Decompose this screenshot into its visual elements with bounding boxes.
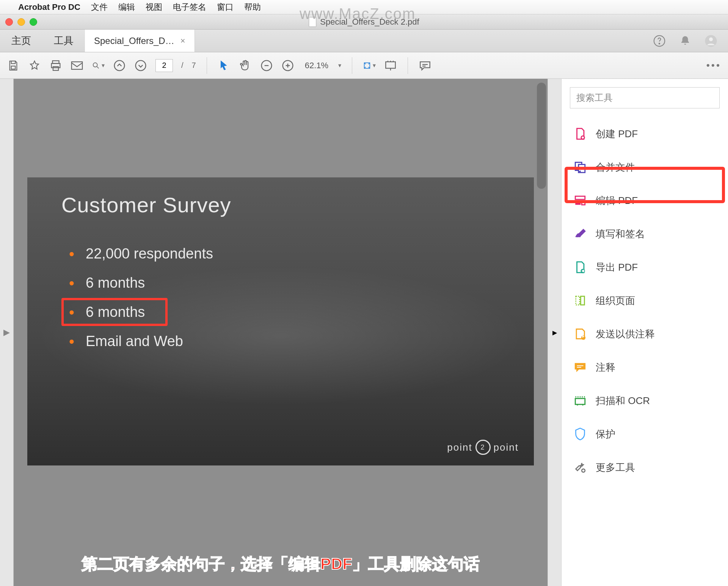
tool-create-pdf[interactable]: 创建 PDF — [570, 123, 720, 145]
fit-page-icon[interactable]: ▾ — [363, 59, 376, 72]
page-up-icon[interactable] — [113, 59, 126, 72]
tab-tools[interactable]: 工具 — [42, 30, 85, 52]
more-tools-icon — [573, 460, 587, 475]
svg-rect-24 — [576, 296, 580, 305]
export-pdf-icon — [573, 260, 587, 274]
tool-fill-sign[interactable]: 填写和签名 — [570, 223, 720, 245]
tool-scan-ocr[interactable]: 扫描和 OCR — [570, 390, 720, 412]
mail-icon[interactable] — [71, 59, 83, 72]
annotation-highlight-bullet — [61, 298, 168, 326]
tabs-row: 主页 工具 Special_Offers_D… × — [0, 30, 728, 52]
right-nav-rail[interactable]: ▶ — [548, 79, 561, 586]
brand-text: point — [447, 442, 472, 453]
search-icon[interactable]: ▾ — [92, 59, 105, 72]
comment-tool-icon — [573, 360, 587, 374]
tab-document-label: Special_Offers_D… — [94, 36, 174, 46]
tool-comment[interactable]: 注释 — [570, 356, 720, 378]
save-icon[interactable] — [7, 59, 20, 72]
menu-sign[interactable]: 电子签名 — [173, 2, 206, 13]
menu-edit[interactable]: 编辑 — [118, 2, 135, 13]
tool-combine[interactable]: 合并文件 — [570, 156, 720, 178]
help-icon[interactable] — [653, 34, 666, 47]
bell-icon[interactable] — [679, 34, 692, 47]
app-name[interactable]: Acrobat Pro DC — [18, 2, 80, 12]
svg-rect-25 — [581, 296, 584, 305]
window-maximize-button[interactable] — [30, 18, 37, 26]
window-minimize-button[interactable] — [17, 18, 25, 26]
svg-point-12 — [136, 60, 146, 71]
tool-edit-pdf[interactable]: 编辑 PDF — [570, 190, 720, 212]
svg-point-11 — [115, 60, 125, 71]
print-icon[interactable] — [49, 59, 62, 72]
slide-brand: point 2 point — [447, 440, 519, 455]
bullet-item: 6 months — [69, 275, 213, 291]
svg-point-3 — [709, 37, 713, 41]
more-icon[interactable]: ••• — [706, 60, 721, 71]
svg-rect-5 — [11, 66, 16, 69]
tool-label: 发送以供注释 — [596, 327, 655, 341]
tool-label: 编辑 PDF — [596, 194, 638, 207]
main-area: ▶ Customer Survey 22,000 respondents 6 m… — [0, 79, 728, 586]
bullet-item: Email and Web — [69, 333, 213, 349]
menu-help[interactable]: 帮助 — [244, 2, 261, 13]
tool-label: 更多工具 — [596, 461, 635, 474]
brand-text: point — [494, 442, 519, 453]
page-down-icon[interactable] — [134, 59, 147, 72]
svg-rect-4 — [11, 61, 16, 64]
tool-label: 合并文件 — [596, 161, 635, 174]
page-number-input[interactable] — [155, 59, 173, 72]
tool-label: 保护 — [596, 428, 615, 441]
bullet-item: 22,000 respondents — [69, 246, 213, 262]
instruction-caption: 第二页有多余的句子，选择「编辑PDF」工具删除这句话 — [82, 553, 480, 575]
menu-file[interactable]: 文件 — [91, 2, 108, 13]
tool-more-tools[interactable]: 更多工具 — [570, 456, 720, 478]
account-icon[interactable] — [704, 34, 717, 47]
page-total: 7 — [192, 61, 196, 70]
document-viewport[interactable]: Customer Survey 22,000 respondents 6 mon… — [14, 79, 548, 586]
svg-point-1 — [659, 43, 660, 44]
zoom-out-icon[interactable] — [260, 59, 273, 72]
menu-view[interactable]: 视图 — [146, 2, 162, 13]
mac-menubar: Acrobat Pro DC 文件 编辑 视图 电子签名 窗口 帮助 — [0, 0, 728, 14]
hand-icon[interactable] — [239, 59, 252, 72]
slide-title: Customer Survey — [61, 193, 231, 217]
toolbar: ▾ / 7 62.1%▾ ▾ ••• — [0, 52, 728, 79]
tool-label: 导出 PDF — [596, 261, 638, 274]
tool-export-pdf[interactable]: 导出 PDF — [570, 256, 720, 278]
zoom-value[interactable]: 62.1% — [305, 61, 328, 71]
left-nav-rail[interactable]: ▶ — [0, 79, 14, 586]
tool-organize[interactable]: 组织页面 — [570, 290, 720, 312]
combine-icon — [573, 160, 587, 174]
pointer-icon[interactable] — [218, 59, 231, 72]
file-icon — [309, 17, 316, 27]
svg-rect-16 — [386, 62, 395, 68]
tools-panel: 搜索工具 创建 PDF 合并文件 编辑 PDF 填写和签名 导出 PDF 组织页… — [561, 79, 728, 586]
tool-label: 注释 — [596, 361, 615, 374]
fill-sign-icon — [573, 227, 587, 241]
window-close-button[interactable] — [5, 18, 13, 26]
menu-window[interactable]: 窗口 — [217, 2, 234, 13]
organize-icon — [573, 293, 587, 308]
create-pdf-icon — [573, 127, 587, 141]
tools-search-input[interactable]: 搜索工具 — [570, 87, 720, 108]
tool-send-review[interactable]: 发送以供注释 — [570, 323, 720, 345]
chevron-right-icon: ▶ — [552, 329, 557, 336]
window-titlebar: Special_Offers_Deck 2.pdf — [0, 14, 728, 30]
star-icon[interactable] — [28, 59, 41, 72]
tab-home[interactable]: 主页 — [0, 30, 42, 52]
tool-label: 组织页面 — [596, 294, 635, 307]
tab-document[interactable]: Special_Offers_D… × — [85, 30, 195, 52]
svg-point-10 — [93, 63, 97, 67]
page-display-icon[interactable] — [384, 59, 397, 72]
tab-close-icon[interactable]: × — [180, 36, 185, 46]
zoom-in-icon[interactable] — [281, 59, 294, 72]
tool-label: 填写和签名 — [596, 227, 645, 241]
scrollbar[interactable] — [537, 83, 546, 189]
svg-rect-8 — [53, 66, 58, 70]
scan-ocr-icon — [573, 393, 587, 408]
page-content: Customer Survey 22,000 respondents 6 mon… — [27, 177, 534, 465]
zoom-dropdown-icon[interactable]: ▾ — [338, 62, 341, 69]
tool-protect[interactable]: 保护 — [570, 423, 720, 445]
page-sep: / — [181, 61, 184, 70]
comment-icon[interactable] — [419, 59, 431, 72]
